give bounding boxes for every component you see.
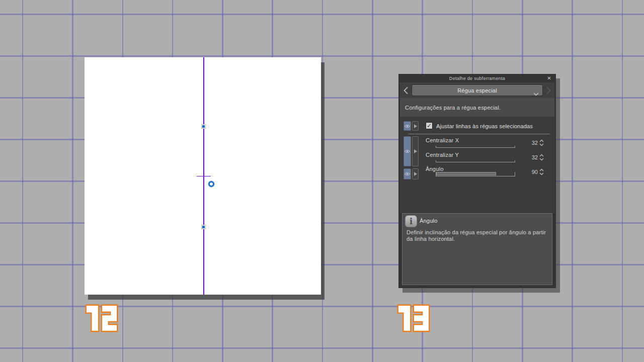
desktop-grid-background: Detalhe de subferramenta ✕ Régua especia…	[0, 0, 644, 362]
info-panel: i Ângulo Definir inclinação da régua esp…	[402, 213, 552, 285]
subtool-detail-dialog: Detalhe de subferramenta ✕ Régua especia…	[398, 74, 556, 288]
center-y-value-wrap: 32	[532, 154, 544, 161]
ruler-handle-bottom[interactable]	[201, 225, 206, 229]
center-x-value[interactable]: 32	[532, 140, 538, 146]
info-icon: i	[405, 215, 417, 227]
tool-nav-row: Régua especial	[400, 82, 554, 98]
dialog-title: Detalhe de subferramenta	[449, 76, 505, 81]
play-triangle-glyph	[414, 172, 417, 176]
handle-dot	[202, 226, 205, 228]
play-triangle-glyph	[414, 149, 417, 153]
center-x-slider-track[interactable]	[436, 146, 515, 148]
tool-selector-value: Régua especial	[457, 87, 497, 94]
prev-tool-icon[interactable]	[404, 86, 408, 95]
play-triangle-glyph	[414, 124, 417, 128]
tool-selector-dropdown[interactable]: Régua especial	[412, 84, 543, 96]
center-y-slider-track[interactable]	[436, 160, 515, 162]
angle-label: Ângulo	[426, 166, 443, 172]
expand-triangle-icon[interactable]	[412, 121, 419, 131]
info-body-text: Definir inclinação da régua especial por…	[407, 229, 553, 242]
tool-description: Configurações para a régua especial.	[405, 105, 501, 111]
angle-value[interactable]: 90	[532, 169, 538, 175]
expand-triangle-icon-xy[interactable]	[412, 136, 419, 166]
info-heading: Ângulo	[420, 218, 437, 224]
canvas-page[interactable]	[85, 57, 321, 295]
tool-description-row: Configurações para a régua especial.	[400, 98, 554, 117]
visibility-eye-icon-xy[interactable]	[404, 136, 411, 166]
settings-section: ✓ Ajustar linhas às réguas selecionadas …	[400, 117, 554, 213]
close-icon[interactable]: ✕	[546, 75, 552, 81]
step-label-12	[86, 305, 118, 332]
angle-slider-fill	[436, 172, 496, 175]
center-y-value[interactable]: 32	[532, 154, 538, 160]
snap-lines-checkbox-label: Ajustar linhas às réguas selecionadas	[436, 123, 533, 129]
visibility-eye-icon-angle[interactable]	[404, 168, 411, 179]
angle-slider[interactable]	[436, 172, 515, 176]
settings-separator	[408, 134, 550, 134]
center-y-label: Centralizar Y	[426, 152, 459, 158]
next-tool-icon[interactable]	[546, 86, 551, 95]
dialog-titlebar[interactable]: Detalhe de subferramenta ✕	[398, 74, 556, 82]
center-x-value-wrap: 32	[532, 139, 544, 146]
step-label-13	[397, 305, 430, 332]
ruler-center-crosshair	[197, 176, 211, 176]
angle-value-wrap: 90	[532, 168, 544, 175]
handle-dot	[202, 125, 205, 128]
expand-triangle-icon-angle[interactable]	[412, 168, 419, 179]
spinner-up-down-icon[interactable]	[539, 154, 544, 161]
ruler-rotate-handle[interactable]	[208, 181, 214, 187]
spinner-up-down-icon[interactable]	[539, 168, 544, 175]
center-x-label: Centralizar X	[426, 137, 459, 143]
chevron-down-icon	[533, 89, 539, 98]
check-icon: ✓	[427, 123, 432, 129]
snap-lines-checkbox[interactable]: ✓	[426, 122, 433, 129]
ruler-handle-top[interactable]	[201, 124, 206, 129]
spinner-up-down-icon[interactable]	[539, 139, 544, 146]
visibility-eye-icon[interactable]	[404, 121, 411, 131]
